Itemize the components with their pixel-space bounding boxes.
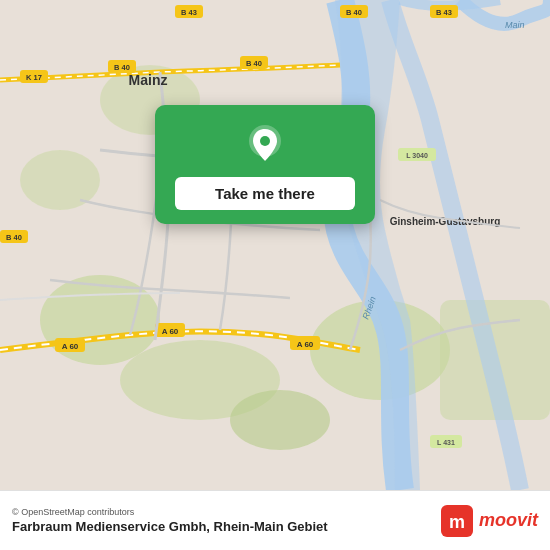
svg-text:Mainz: Mainz (129, 72, 168, 88)
svg-text:B 43: B 43 (436, 8, 452, 17)
svg-text:B 40: B 40 (346, 8, 362, 17)
svg-text:B 40: B 40 (246, 59, 262, 68)
svg-text:m: m (449, 512, 465, 532)
moovit-icon: m (441, 505, 473, 537)
svg-text:A 60: A 60 (297, 340, 314, 349)
bottom-bar: © OpenStreetMap contributors Farbraum Me… (0, 490, 550, 550)
svg-text:B 40: B 40 (114, 63, 130, 72)
svg-text:A 60: A 60 (162, 327, 179, 336)
svg-text:L 3040: L 3040 (406, 152, 428, 159)
moovit-logo: m moovit (441, 505, 538, 537)
osm-credit: © OpenStreetMap contributors (12, 507, 328, 517)
svg-point-4 (230, 390, 330, 450)
place-name: Farbraum Medienservice Gmbh, Rhein-Main … (12, 519, 328, 534)
map-pin-icon (243, 123, 287, 167)
svg-text:B 43: B 43 (181, 8, 197, 17)
svg-text:L 431: L 431 (437, 439, 455, 446)
svg-text:A 60: A 60 (62, 342, 79, 351)
svg-text:Ginsheim-Gustavsburg: Ginsheim-Gustavsburg (390, 216, 501, 227)
bottom-info: © OpenStreetMap contributors Farbraum Me… (12, 507, 328, 534)
take-me-there-button[interactable]: Take me there (175, 177, 355, 210)
svg-text:Main: Main (505, 20, 525, 30)
map-svg: A 60 A 60 A 60 K 17 B 40 B 40 B 40 B 43 … (0, 0, 550, 490)
map-container: A 60 A 60 A 60 K 17 B 40 B 40 B 40 B 43 … (0, 0, 550, 490)
location-card: Take me there (155, 105, 375, 224)
svg-point-38 (260, 136, 270, 146)
svg-text:B 40: B 40 (6, 233, 22, 242)
svg-text:K 17: K 17 (26, 73, 42, 82)
moovit-label: moovit (479, 510, 538, 531)
